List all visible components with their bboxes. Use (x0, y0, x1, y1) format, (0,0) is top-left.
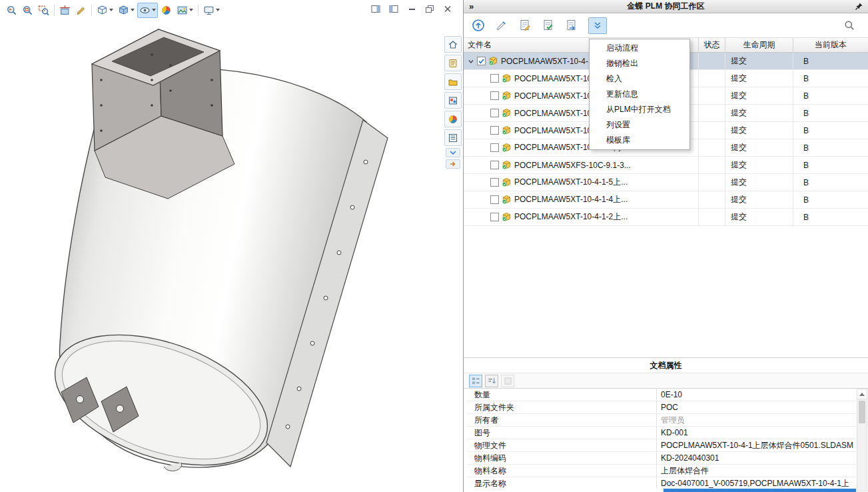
toolbar-separator (198, 5, 199, 16)
menu-item-undo-checkout[interactable]: 撤销检出 (590, 56, 689, 71)
pin-icon[interactable] (855, 2, 863, 13)
property-row[interactable]: 物料编码 KD-2024040301 (467, 452, 856, 465)
row-checkbox[interactable] (490, 91, 499, 100)
row-checkbox[interactable] (490, 195, 499, 204)
menu-item-check-in[interactable]: 检入 (590, 71, 689, 87)
app-window: » 金蝶 PLM 协同工作区 (0, 0, 868, 492)
hide-show-items-icon[interactable] (137, 3, 158, 18)
row-checkbox[interactable] (490, 213, 499, 221)
sketch-icon[interactable] (73, 3, 89, 18)
design-library-tab-icon[interactable] (444, 55, 462, 71)
apply-scene-icon[interactable] (175, 3, 195, 18)
property-label: 所有者 (467, 414, 657, 426)
property-value: KD-001 (657, 427, 856, 439)
property-row[interactable]: 显示名称 Doc-0407001_V-005719,POCPLMAAW5XT-1… (467, 477, 856, 489)
property-row[interactable]: 图号 KD-001 (467, 427, 856, 439)
categorize-icon[interactable] (469, 375, 482, 387)
check-in-icon[interactable] (472, 19, 485, 32)
property-value: POC (657, 401, 856, 413)
row-checkbox[interactable] (490, 109, 499, 117)
menu-item-template-library[interactable]: 模板库 (590, 133, 689, 148)
expand-chevron-icon[interactable] (468, 58, 474, 65)
section-view-icon[interactable] (57, 3, 73, 18)
search-icon[interactable] (844, 20, 855, 31)
row-checkbox[interactable] (490, 126, 499, 135)
display-style-icon[interactable] (116, 3, 137, 18)
part-doc-icon (502, 91, 512, 101)
dock-pane-right-icon[interactable] (388, 4, 399, 14)
zoom-previous-icon[interactable] (4, 3, 19, 18)
table-row[interactable]: POCPLMAAW5XT-10-4-1-5上... 提交 B (464, 174, 868, 191)
file-explorer-tab-icon[interactable] (444, 73, 462, 90)
menu-item-column-settings[interactable]: 列设置 (590, 117, 689, 133)
dropdown-caret (109, 9, 113, 11)
status-cell (699, 70, 725, 87)
property-value: 上层体焊合件 (657, 465, 856, 477)
table-row[interactable]: POCPLMAAW5XT-10-4-1-4上... 提交 B (464, 191, 868, 209)
collapse-panel-button[interactable]: » (464, 1, 474, 11)
file-name: POCPLMAAW5XT-10-4-1-4上... (514, 194, 628, 205)
property-label: 物理文件 (467, 439, 657, 451)
zoom-fit-icon[interactable] (20, 3, 35, 18)
menu-item-update-info[interactable]: 更新信息 (590, 87, 689, 102)
scrollbar-thumb[interactable] (859, 401, 865, 423)
edit-info-icon[interactable] (518, 19, 532, 32)
row-checkbox[interactable] (477, 57, 486, 65)
status-cell (699, 122, 725, 139)
property-label: 显示名称 (467, 477, 657, 489)
name-cell: POCPLMAAW5XT-10-4-1-4上... (464, 191, 699, 208)
cad-viewport[interactable] (0, 0, 463, 492)
section-title: 文档属性 (464, 358, 868, 373)
property-label: 物料编码 (467, 452, 657, 464)
lifecycle-cell: 提交 (725, 87, 793, 104)
approve-document-icon[interactable] (542, 19, 555, 32)
restore-icon[interactable] (424, 4, 435, 14)
row-checkbox[interactable] (490, 143, 499, 152)
sort-az-icon[interactable] (485, 375, 498, 387)
minimize-icon[interactable] (406, 4, 417, 14)
open-document-icon[interactable] (565, 19, 578, 32)
table-row[interactable]: POCPLMAAW5XFS-10C-9.1-3... 提交 B (464, 157, 868, 174)
appearances-tab-icon[interactable] (444, 92, 462, 109)
column-header-version[interactable]: 当前版本 (793, 38, 868, 52)
dock-pane-icon[interactable] (370, 4, 381, 14)
close-icon[interactable] (442, 4, 453, 14)
expand-more-tab-icon[interactable] (446, 148, 460, 157)
row-checkbox[interactable] (490, 178, 499, 187)
property-value: 0E-10 (657, 389, 856, 401)
dropdown-caret (189, 9, 193, 11)
file-name: POCPLMAAW5XFS-10C-9.1-3... (514, 161, 631, 170)
properties-scrollbar[interactable] (857, 389, 867, 491)
check-out-icon[interactable] (495, 19, 508, 32)
more-actions-icon[interactable] (588, 17, 607, 34)
property-row[interactable]: 所属文件夹 POC (467, 401, 856, 414)
toolbar-separator (91, 5, 92, 16)
property-row[interactable]: 数量 0E-10 (467, 389, 856, 401)
home-tab-icon[interactable] (444, 36, 462, 53)
row-checkbox[interactable] (490, 74, 499, 83)
menu-item-start-workflow[interactable]: 启动流程 (590, 41, 689, 56)
property-row[interactable]: 所有者 管理员 (467, 414, 856, 427)
edit-appearance-icon[interactable] (159, 3, 174, 18)
row-checkbox[interactable] (490, 161, 499, 169)
custom-properties-tab-icon[interactable] (444, 129, 462, 146)
view-orientation-icon[interactable] (95, 3, 115, 18)
scenes-tab-icon[interactable] (444, 111, 462, 127)
3d-model-sheet-metal-part[interactable] (0, 0, 463, 492)
menu-item-open-from-plm[interactable]: 从PLM中打开文档 (590, 102, 689, 117)
part-doc-icon (502, 143, 512, 153)
zoom-area-icon[interactable] (36, 3, 51, 18)
view-settings-icon[interactable] (201, 3, 222, 18)
property-value: 管理员 (657, 414, 856, 426)
detach-tab-icon[interactable] (446, 159, 460, 169)
table-row[interactable]: POCPLMAAW5XT-10-4-1-2上... 提交 B (464, 209, 868, 226)
column-header-lifecycle[interactable]: 生命周期 (725, 38, 793, 52)
version-cell: B (793, 139, 868, 156)
version-cell: B (793, 105, 868, 121)
dropdown-caret (216, 9, 220, 11)
scroll-up-icon[interactable] (857, 389, 867, 399)
property-row[interactable]: 物料名称 上层体焊合件 (467, 465, 856, 477)
part-doc-icon (502, 108, 512, 118)
property-row[interactable]: 物理文件 POCPLMAAW5XT-10-4-1上层体焊合件0501.SLDAS… (467, 439, 856, 452)
column-header-status[interactable]: 状态 (699, 38, 725, 52)
